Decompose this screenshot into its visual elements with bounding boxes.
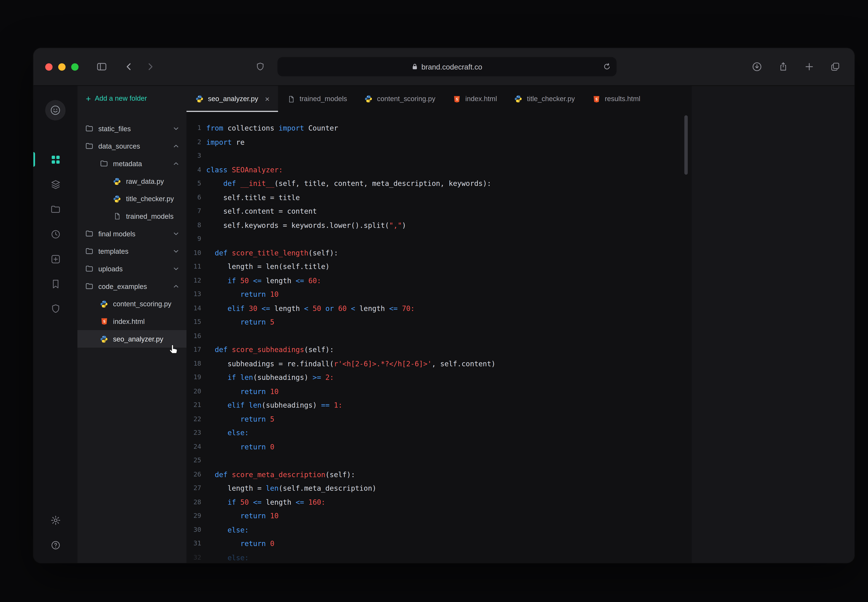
icon-rail	[33, 86, 77, 563]
tab-results-html[interactable]: 5results.html	[583, 86, 649, 112]
tree-item-templates[interactable]: templates	[77, 243, 187, 260]
rail-dashboard-button[interactable]	[48, 152, 63, 167]
python-icon	[195, 94, 204, 103]
code-text: return 0	[206, 440, 274, 454]
tree-item-seo-analyzer-py[interactable]: seo_analyzer.py	[77, 330, 187, 348]
rail-shield-button[interactable]	[48, 301, 63, 317]
line-number: 22	[187, 412, 201, 426]
tree-item-data-sources[interactable]: data_sources	[77, 137, 187, 155]
tab-label: index.html	[465, 95, 497, 103]
code-text: if 50 <= length <= 60:	[206, 274, 321, 288]
tab-seo-analyzer-py[interactable]: seo_analyzer.py×	[187, 86, 278, 112]
rail-layers-button[interactable]	[48, 177, 63, 192]
tree-item-trained-models[interactable]: trained_models	[77, 207, 187, 225]
tab-overview-icon[interactable]	[830, 62, 840, 72]
help-icon	[50, 539, 61, 550]
tree-item-content-scoring-py[interactable]: content_scoring.py	[77, 295, 187, 313]
chevron-up-icon	[173, 160, 179, 168]
right-panel	[692, 86, 854, 563]
folder-icon	[85, 282, 94, 291]
rail-note-add-button[interactable]	[48, 251, 63, 267]
close-icon[interactable]: ×	[265, 95, 270, 103]
tab-title-checker-py[interactable]: title_checker.py	[505, 86, 583, 112]
rail-settings-button[interactable]	[48, 512, 63, 528]
chevron-down-icon	[173, 266, 179, 273]
line-number: 3	[187, 149, 201, 163]
code-text: subheadings = re.findall(r'<h[2-6]>.*?</…	[206, 357, 495, 371]
reload-icon[interactable]	[603, 63, 611, 72]
line-number: 28	[187, 495, 201, 509]
forward-icon[interactable]	[145, 61, 156, 72]
python-icon	[514, 94, 523, 103]
privacy-shield-icon[interactable]	[255, 62, 265, 71]
python-icon	[112, 177, 122, 186]
code-text: else:	[206, 551, 249, 563]
back-icon[interactable]	[124, 61, 135, 72]
tree-item-label: code_examples	[98, 283, 147, 290]
zoom-button[interactable]	[71, 63, 79, 71]
sidebar-toggle-icon[interactable]	[96, 61, 107, 72]
file-icon	[112, 212, 122, 221]
code-text: if 50 <= length <= 160:	[206, 495, 325, 509]
code-line: 21 elif len(subheadings) == 1:	[187, 399, 692, 412]
line-number: 6	[187, 191, 201, 204]
file-tree: static_filesdata_sourcesmetadataraw_data…	[77, 120, 187, 348]
tree-item-index-html[interactable]: 5index.html	[77, 313, 187, 330]
code-text: return 5	[206, 315, 274, 329]
tab-content-scoring-py[interactable]: content_scoring.py	[356, 86, 444, 112]
python-icon	[112, 194, 122, 203]
rail-bookmark-button[interactable]	[48, 276, 63, 292]
downloads-icon[interactable]	[751, 61, 762, 72]
tree-item-raw-data-py[interactable]: raw_data.py	[77, 172, 187, 190]
code-line: 3	[187, 149, 692, 163]
shield-icon	[50, 303, 61, 314]
rail-nav	[48, 152, 63, 317]
tree-item-code-examples[interactable]: code_examples	[77, 278, 187, 295]
code-editor[interactable]: 1from collections import Counter2import …	[187, 112, 692, 563]
browser-toolbar: brand.codecraft.co	[33, 48, 854, 86]
lock-icon	[412, 63, 417, 70]
line-number: 27	[187, 482, 201, 495]
folder-icon	[50, 204, 61, 215]
line-number: 5	[187, 177, 201, 191]
code-line: 17 def score_subheadings(self):	[187, 343, 692, 357]
minimize-button[interactable]	[58, 63, 66, 71]
tab-label: results.html	[605, 95, 640, 103]
browser-window: brand.codecraft.co	[33, 48, 854, 563]
code-line: 27 length = len(self.meta_description)	[187, 482, 692, 495]
tree-item-label: trained_models	[126, 212, 173, 220]
tree-item-static-files[interactable]: static_files	[77, 120, 187, 137]
tab-index-html[interactable]: 5index.html	[444, 86, 505, 112]
dashboard-icon	[50, 154, 61, 165]
add-folder-button[interactable]: + Add a new folder	[77, 90, 187, 107]
code-line: 6 self.title = title	[187, 191, 692, 204]
new-tab-icon[interactable]	[804, 62, 814, 72]
tree-item-final-models[interactable]: final models	[77, 225, 187, 243]
code-text: return 0	[206, 537, 274, 551]
code-text: return 10	[206, 288, 278, 301]
code-line: 20 return 10	[187, 385, 692, 399]
tab-trained-models[interactable]: trained_models	[278, 86, 356, 112]
tree-item-title-checker-py[interactable]: title_checker.py	[77, 190, 187, 207]
line-number: 8	[187, 218, 201, 232]
folder-icon	[85, 229, 94, 238]
chevron-up-icon	[173, 143, 179, 151]
tree-item-uploads[interactable]: uploads	[77, 260, 187, 278]
rail-history-button[interactable]	[48, 226, 63, 242]
editor-pane: seo_analyzer.py×trained_modelscontent_sc…	[187, 86, 692, 563]
line-number: 32	[187, 551, 201, 563]
rail-folder-button[interactable]	[48, 201, 63, 217]
share-icon[interactable]	[778, 62, 788, 72]
line-number: 17	[187, 343, 201, 357]
folder-icon	[85, 264, 94, 273]
rail-help-button[interactable]	[48, 537, 63, 553]
tree-item-metadata[interactable]: metadata	[77, 155, 187, 172]
app-logo[interactable]	[45, 100, 66, 120]
tree-item-label: uploads	[98, 265, 123, 273]
address-bar[interactable]: brand.codecraft.co	[278, 57, 616, 76]
close-button[interactable]	[45, 63, 52, 71]
line-number: 31	[187, 537, 201, 551]
window-controls	[45, 63, 78, 71]
editor-scrollbar[interactable]	[684, 115, 688, 175]
url-text: brand.codecraft.co	[421, 63, 482, 71]
